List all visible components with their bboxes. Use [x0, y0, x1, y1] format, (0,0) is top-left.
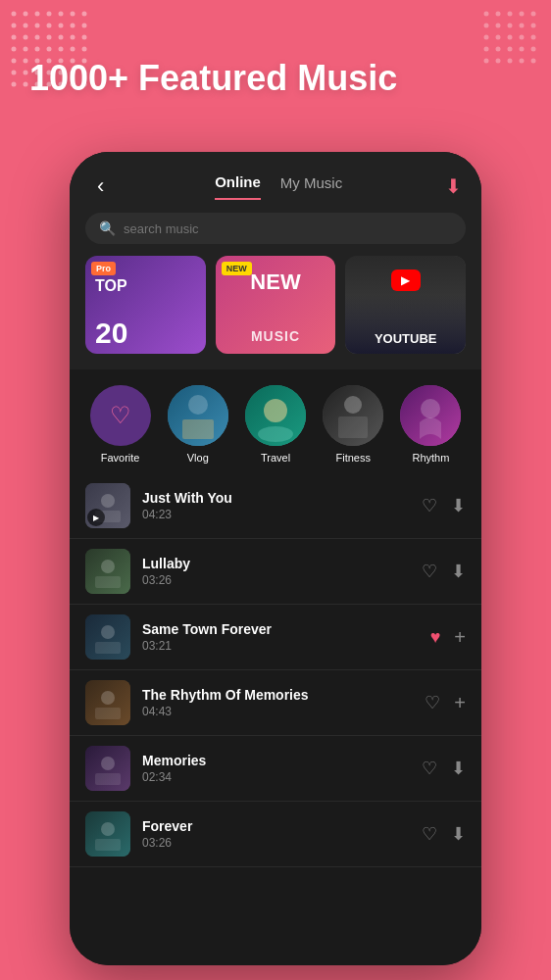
like-button-4[interactable]: ♡	[425, 692, 440, 713]
svg-point-11	[344, 396, 362, 414]
svg-rect-23	[95, 642, 121, 654]
category-fitness[interactable]: Fitness	[319, 385, 388, 464]
song-item[interactable]: Forever 03:26 ♡ ⬇	[70, 802, 481, 867]
thumb-inner-4	[85, 680, 130, 725]
search-input-wrap: 🔍	[85, 213, 466, 244]
song-thumb-5	[85, 746, 130, 791]
song-info-6: Forever 03:26	[142, 818, 410, 850]
cat-travel-label: Travel	[261, 452, 290, 464]
hero-title: 1000+ Featured Music	[29, 59, 397, 98]
svg-point-31	[101, 822, 115, 836]
cat-fitness-circle	[323, 385, 383, 446]
like-button-1[interactable]: ♡	[422, 495, 437, 516]
svg-point-5	[188, 395, 208, 415]
cat-favorite-label: Favorite	[101, 452, 140, 464]
nav-tabs: Online My Music	[215, 173, 342, 200]
bg-dots-tr-decoration	[482, 10, 541, 69]
rhythm-image	[400, 385, 461, 446]
travel-image	[245, 385, 306, 446]
song-item[interactable]: Same Town Forever 03:21 ♥ +	[70, 605, 481, 670]
download-button-5[interactable]: ⬇	[451, 758, 466, 779]
cat-fitness-label: Fitness	[335, 452, 370, 464]
card-new[interactable]: NEW NEW MUSIC	[216, 256, 336, 354]
song-duration-5: 02:34	[142, 770, 410, 784]
category-travel[interactable]: Travel	[240, 385, 310, 464]
like-button-3[interactable]: ♥	[430, 627, 441, 648]
song-info-3: Same Town Forever 03:21	[142, 621, 419, 653]
vlog-image	[168, 385, 228, 446]
svg-rect-20	[95, 576, 121, 588]
song-thumb-4	[85, 680, 130, 725]
phone-inner: ‹ Online My Music ⬇ 🔍 Pro TOP 20	[70, 152, 481, 965]
song-thumb-1: ▶	[85, 483, 130, 528]
download-button-6[interactable]: ⬇	[451, 823, 466, 845]
category-favorite[interactable]: ♡ Favorite	[85, 385, 155, 464]
card-top20-badge: Pro	[91, 262, 116, 275]
like-button-6[interactable]: ♡	[422, 823, 437, 845]
search-input[interactable]	[124, 221, 452, 236]
back-button[interactable]: ‹	[89, 170, 112, 203]
song-item[interactable]: Memories 02:34 ♡ ⬇	[70, 736, 481, 802]
tab-my-music[interactable]: My Music	[280, 174, 342, 199]
thumb-inner-3	[85, 614, 130, 660]
download-button-2[interactable]: ⬇	[451, 561, 466, 582]
thumb-inner-6	[85, 811, 130, 857]
cat-vlog-circle	[168, 385, 228, 446]
song-info-1: Just With You 04:23	[142, 490, 410, 521]
song-item[interactable]: ▶ Just With You 04:23 ♡ ⬇	[70, 473, 481, 539]
card-new-main: NEW	[216, 270, 336, 295]
svg-rect-6	[182, 419, 214, 439]
song-title-2: Lullaby	[142, 556, 410, 571]
card-youtube-label: Youtube	[345, 331, 466, 346]
featured-cards: Pro TOP 20 NEW NEW MUSIC ▶ Youtube	[70, 256, 481, 369]
song-duration-1: 04:23	[142, 508, 410, 521]
category-vlog[interactable]: Vlog	[163, 385, 232, 464]
song-info-5: Memories 02:34	[142, 753, 410, 784]
like-button-5[interactable]: ♡	[422, 758, 437, 779]
song-duration-2: 03:26	[142, 573, 410, 587]
card-top20[interactable]: Pro TOP 20	[85, 256, 206, 354]
svg-point-28	[101, 757, 115, 770]
cat-travel-circle	[245, 385, 306, 446]
tab-online[interactable]: Online	[215, 173, 261, 200]
card-top20-number: 20	[95, 318, 127, 348]
svg-rect-12	[338, 416, 368, 438]
song-actions-4: ♡ +	[425, 692, 466, 714]
download-icon[interactable]: ⬇	[445, 174, 462, 198]
download-button-1[interactable]: ⬇	[451, 495, 466, 516]
search-bar: 🔍	[70, 203, 481, 256]
svg-point-9	[264, 399, 287, 422]
add-button-3[interactable]: +	[454, 626, 466, 649]
categories: ♡ Favorite Vlog	[70, 369, 481, 473]
thumb-inner-5	[85, 746, 130, 791]
svg-rect-29	[95, 773, 121, 785]
song-actions-2: ♡ ⬇	[422, 561, 466, 582]
song-item[interactable]: The Rhythm Of Memories 04:43 ♡ +	[70, 670, 481, 736]
youtube-play-icon: ▶	[391, 270, 421, 291]
cat-rhythm-circle	[400, 385, 461, 446]
song-title-6: Forever	[142, 818, 410, 834]
app-header: ‹ Online My Music ⬇	[70, 152, 481, 203]
song-actions-3: ♥ +	[430, 626, 466, 649]
play-triangle-1: ▶	[93, 514, 99, 522]
svg-point-25	[101, 691, 115, 705]
svg-rect-32	[95, 839, 121, 851]
phone-frame: ‹ Online My Music ⬇ 🔍 Pro TOP 20	[70, 152, 481, 965]
play-overlay-1: ▶	[87, 509, 105, 526]
song-list: ▶ Just With You 04:23 ♡ ⬇	[70, 473, 481, 867]
svg-rect-3	[482, 10, 541, 69]
song-thumb-2	[85, 549, 130, 594]
thumb-inner-2	[85, 549, 130, 594]
add-button-4[interactable]: +	[454, 692, 466, 714]
song-actions-1: ♡ ⬇	[422, 495, 466, 516]
card-youtube[interactable]: ▶ Youtube	[345, 256, 466, 354]
svg-point-8	[258, 426, 293, 442]
cat-rhythm-label: Rhythm	[412, 452, 449, 464]
category-rhythm[interactable]: Rhythm	[396, 385, 466, 464]
heart-icon: ♡	[110, 402, 131, 429]
song-item[interactable]: Lullaby 03:26 ♡ ⬇	[70, 539, 481, 605]
song-actions-6: ♡ ⬇	[422, 823, 466, 845]
like-button-2[interactable]: ♡	[422, 561, 437, 582]
song-thumb-6	[85, 811, 130, 857]
song-duration-6: 03:26	[142, 836, 410, 850]
